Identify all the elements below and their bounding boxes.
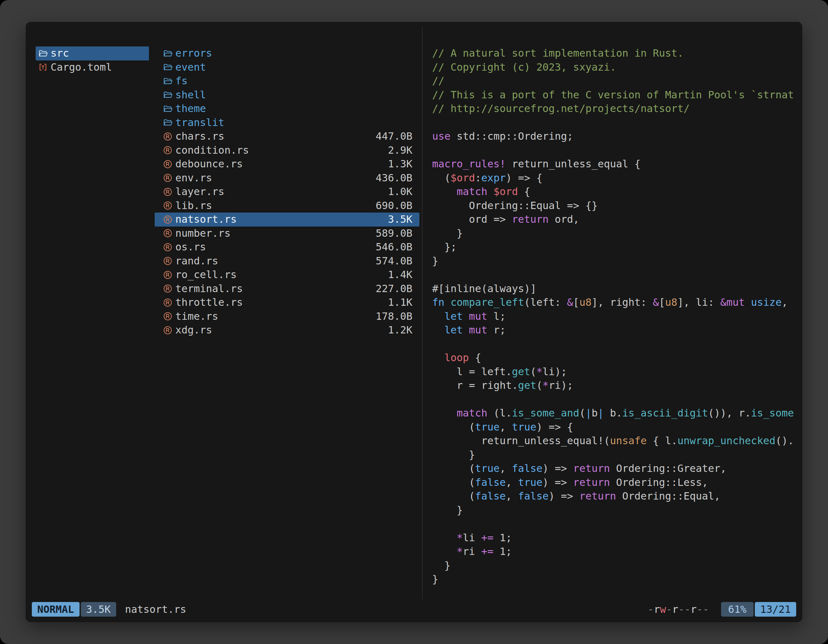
file-row-lib-rs[interactable]: lib.rs690.0B xyxy=(155,199,419,213)
dir-row-shell[interactable]: shell xyxy=(155,88,419,102)
file-row-layer-rs[interactable]: layer.rs1.0K xyxy=(155,185,419,199)
rust-icon xyxy=(163,201,172,210)
entry-size: 436.0B xyxy=(375,171,412,185)
file-row-time-rs[interactable]: time.rs178.0B xyxy=(155,310,419,324)
entry-size: 227.0B xyxy=(375,282,412,296)
code-line: // A natural sort implementation in Rust… xyxy=(432,47,799,60)
file-size-badge: 3.5K xyxy=(81,602,116,617)
folder-icon xyxy=(38,49,48,58)
code-line: } xyxy=(432,448,799,462)
entry-size: 178.0B xyxy=(375,310,412,324)
code-line: (false, false) => return Ordering::Equal… xyxy=(432,489,799,503)
code-line: loop { xyxy=(432,351,799,365)
entry-name: chars.rs xyxy=(175,130,372,144)
status-bar-right: -rw-r--r-- 61% 13/21 xyxy=(648,602,796,617)
code-line xyxy=(432,144,799,158)
file-row-ro-cell-rs[interactable]: ro_cell.rs1.4K xyxy=(155,268,419,282)
code-line: let mut r; xyxy=(432,323,799,337)
rust-icon xyxy=(163,243,172,252)
code-line xyxy=(432,393,799,407)
entry-size: 1.2K xyxy=(388,323,412,337)
code-line: // xyxy=(432,74,799,88)
file-row-throttle-rs[interactable]: throttle.rs1.1K xyxy=(155,296,419,310)
code-line: // This is a port of the C version of Ma… xyxy=(432,88,799,102)
file-row-env-rs[interactable]: env.rs436.0B xyxy=(155,171,419,185)
code-line xyxy=(432,337,799,351)
rust-icon xyxy=(163,256,172,266)
file-row-rand-rs[interactable]: rand.rs574.0B xyxy=(155,254,419,268)
file-row-os-rs[interactable]: os.rs546.0B xyxy=(155,240,419,254)
file-row-number-rs[interactable]: number.rs589.0B xyxy=(155,227,419,241)
file-row-chars-rs[interactable]: chars.rs447.0B xyxy=(155,130,419,144)
entry-name: debounce.rs xyxy=(175,157,384,171)
code-line: Ordering::Equal => {} xyxy=(432,199,799,213)
rust-icon xyxy=(163,326,172,335)
file-row-terminal-rs[interactable]: terminal.rs227.0B xyxy=(155,282,419,296)
entry-name: rand.rs xyxy=(175,254,372,268)
entry-name: condition.rs xyxy=(175,144,384,158)
code-line: (true, false) => return Ordering::Greate… xyxy=(432,462,799,476)
dir-row-theme[interactable]: theme xyxy=(155,102,419,116)
entry-size: 2.9K xyxy=(388,144,412,158)
entry-name: event xyxy=(175,60,412,74)
toml-icon xyxy=(38,63,48,72)
status-filename: natsort.rs xyxy=(125,603,187,615)
code-line: #[inline(always)] xyxy=(432,282,799,296)
rust-icon xyxy=(163,312,172,321)
rust-icon xyxy=(163,215,172,224)
folder-icon xyxy=(163,90,172,100)
rust-icon xyxy=(163,146,172,155)
entry-name: layer.rs xyxy=(175,185,384,199)
entry-name: theme xyxy=(175,102,412,116)
dir-row-event[interactable]: event xyxy=(155,60,419,74)
code-line: } xyxy=(432,572,799,586)
entry-name: terminal.rs xyxy=(175,282,372,296)
code-line xyxy=(432,517,799,531)
parent-pane: srcCargo.toml xyxy=(36,47,149,593)
entry-name: translit xyxy=(175,116,412,130)
dir-row-errors[interactable]: errors xyxy=(155,47,419,60)
code-line: r = right.get(*ri); xyxy=(432,379,799,393)
mode-badge: NORMAL xyxy=(32,602,80,617)
entry-size: 1.4K xyxy=(388,268,412,282)
file-row-xdg-rs[interactable]: xdg.rs1.2K xyxy=(155,323,419,337)
code-line xyxy=(432,116,799,130)
parent-item-src[interactable]: src xyxy=(36,47,149,60)
entry-size: 589.0B xyxy=(375,227,412,241)
folder-icon xyxy=(163,76,172,86)
rust-icon xyxy=(163,229,172,238)
code-line xyxy=(432,268,799,282)
rust-icon xyxy=(163,270,172,280)
file-row-debounce-rs[interactable]: debounce.rs1.3K xyxy=(155,157,419,171)
file-row-condition-rs[interactable]: condition.rs2.9K xyxy=(155,144,419,158)
code-line: // http://sourcefrog.net/projects/natsor… xyxy=(432,102,799,116)
code-line: } xyxy=(432,559,799,573)
code-line: macro_rules! return_unless_equal { xyxy=(432,157,799,171)
entry-size: 1.3K xyxy=(388,157,412,171)
cursor-position-badge: 13/21 xyxy=(755,602,796,617)
entry-name: natsort.rs xyxy=(175,213,384,227)
parent-item-cargo-toml[interactable]: Cargo.toml xyxy=(36,60,149,74)
code-line: } xyxy=(432,254,799,268)
entry-name: Cargo.toml xyxy=(50,60,145,74)
code-line: *ri += 1; xyxy=(432,545,799,559)
code-line: (true, true) => { xyxy=(432,420,799,434)
entry-name: time.rs xyxy=(175,310,372,324)
folder-icon xyxy=(163,63,172,72)
dir-row-fs[interactable]: fs xyxy=(155,74,419,88)
entry-name: xdg.rs xyxy=(175,323,384,337)
rust-icon xyxy=(163,298,172,307)
rust-icon xyxy=(163,132,172,141)
entry-size: 1.1K xyxy=(388,296,412,310)
entry-name: throttle.rs xyxy=(175,296,384,310)
rust-icon xyxy=(163,284,172,293)
file-row-natsort-rs[interactable]: natsort.rs3.5K xyxy=(155,213,419,227)
preview-pane[interactable]: // A natural sort implementation in Rust… xyxy=(423,47,799,598)
entry-size: 690.0B xyxy=(375,199,412,213)
dir-row-translit[interactable]: translit xyxy=(155,116,419,130)
entry-name: lib.rs xyxy=(175,199,372,213)
entry-size: 1.0K xyxy=(388,185,412,199)
code-line: match $ord { xyxy=(432,185,799,199)
code-line: fn compare_left(left: &[u8], right: &[u8… xyxy=(432,296,799,310)
code-line: (false, true) => return Ordering::Less, xyxy=(432,476,799,490)
